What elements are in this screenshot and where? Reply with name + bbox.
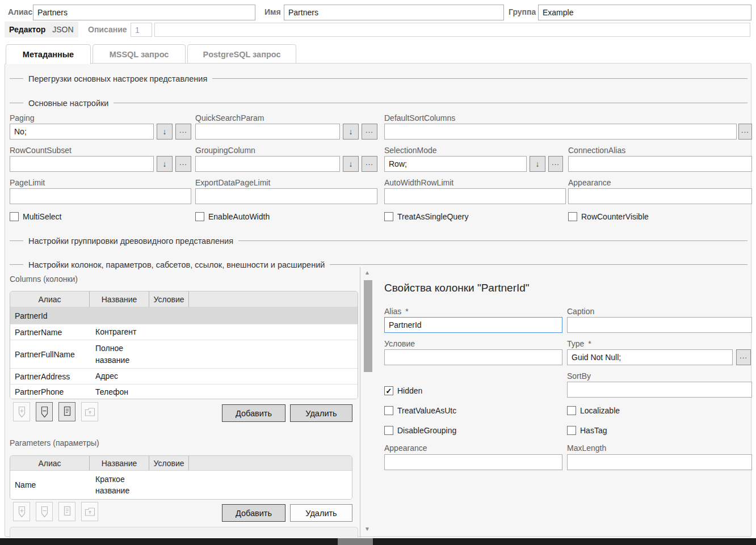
selectionmode-input[interactable] [384,156,527,172]
maxlength-property-label: MaxLength [567,443,606,453]
type-property-input[interactable] [567,349,733,365]
quicksearchparam-ellipsis-button[interactable]: ... [362,124,377,140]
tab-metadata[interactable]: Метаданные [6,44,91,64]
editor-mode-chip[interactable]: Редактор JSON [5,22,78,37]
scrollbar-up-button[interactable]: ▲ [364,270,370,276]
hidden-option[interactable]: Hidden [384,386,422,395]
alias-property-input[interactable] [384,317,562,333]
columns-table-header-row: Алиас Название Условие [10,291,358,307]
quicksearchparam-input[interactable] [195,124,340,140]
section-header-overrides: Перегрузки основных настроек представлен… [10,74,747,83]
ellipsis-icon: ... [179,126,187,134]
selectionmode-dropdown-button[interactable]: ↓ [530,156,545,172]
document-icon [62,406,72,417]
defaultsortcolumns-ellipsis-button[interactable]: ... [738,124,752,140]
multiselect-checkbox[interactable] [10,212,19,221]
document-button[interactable] [58,402,75,421]
table-row[interactable]: Name Краткое название [10,471,352,499]
condition-property-input[interactable] [384,349,562,365]
column-header-name[interactable]: Название [90,291,149,307]
remove-pin-button[interactable] [36,402,53,421]
enableautowidth-checkbox[interactable] [195,212,204,221]
rowcountsubset-ellipsis-button[interactable]: ... [175,156,191,172]
table-row[interactable]: PartnerFullName Полное название [10,340,358,369]
name-field[interactable] [284,5,504,20]
description-field[interactable] [154,23,750,37]
column-header-name[interactable]: Название [90,456,149,470]
maxlength-property-input[interactable] [567,454,752,470]
pin-minus-icon [40,506,49,518]
table-row[interactable]: PartnerAddress Адрес [10,369,358,385]
editor-mode-value[interactable]: JSON [52,25,73,34]
localizable-option[interactable]: Localizable [567,406,620,415]
column-header-condition[interactable]: Условие [149,456,189,470]
columns-delete-button[interactable]: Удалить [290,404,352,422]
folder-up-arrow-icon [85,407,95,417]
columns-table[interactable]: Алиас Название Условие PartnerId Partner… [10,291,358,399]
description-index-field[interactable] [131,23,152,37]
multiselect-option[interactable]: MultiSelect [10,212,61,221]
next-section-stub [10,527,358,538]
add-pin-button [13,502,30,521]
parameters-add-button[interactable]: Добавить [222,504,285,522]
rowcountervisible-option[interactable]: RowCounterVisible [568,212,649,221]
group-field[interactable] [538,5,751,20]
ellipsis-icon: ... [366,126,373,134]
sortby-property-input[interactable] [567,382,752,398]
treatassinglequery-option[interactable]: TreatAsSingleQuery [384,212,469,221]
section-header-columns-params: Настройки колонок, параметров, сабсетов,… [10,260,747,269]
autowidthrowlimit-label: AutoWidthRowLimit [384,178,453,187]
parameters-table[interactable]: Алиас Название Условие Name Краткое назв… [10,455,352,500]
quicksearchparam-dropdown-button[interactable]: ↓ [343,124,359,140]
autowidthrowlimit-input[interactable] [384,188,566,204]
tab-postgresql-query[interactable]: PostgreSQL запрос [187,44,296,64]
appearance-property-input[interactable] [384,454,562,470]
defaultsortcolumns-input[interactable] [384,124,737,140]
rowcountervisible-checkbox[interactable] [568,212,577,221]
scrollbar-down-button[interactable]: ▼ [364,526,370,532]
column-header-condition[interactable]: Условие [149,291,189,307]
disablegrouping-checkbox[interactable] [384,426,393,435]
section-header-tree-grouping: Настройки группировки древовидного предс… [10,236,747,246]
rowcountsubset-input[interactable] [10,156,154,172]
group-label: Группа [509,7,536,16]
hastag-option[interactable]: HasTag [567,426,607,435]
paging-dropdown-button[interactable]: ↓ [157,124,173,140]
columns-section-title: Columns (колонки) [10,274,78,284]
connectionalias-input[interactable] [568,156,752,172]
table-row[interactable]: PartnerId [10,307,358,324]
selectionmode-ellipsis-button[interactable]: ... [548,156,563,172]
groupingcolumn-ellipsis-button[interactable]: ... [362,156,377,172]
treatassinglequery-checkbox[interactable] [384,212,393,221]
bottom-bar-scroll-thumb[interactable] [338,538,373,545]
groupingcolumn-dropdown-button[interactable]: ↓ [343,156,359,172]
required-marker: * [405,307,408,316]
treatvalueasutc-option[interactable]: TreatValueAsUtc [384,406,456,415]
treatvalueasutc-checkbox[interactable] [384,406,393,415]
parameters-delete-button[interactable]: Удалить [290,504,352,522]
paging-input[interactable] [10,124,154,140]
alias-field[interactable] [33,5,255,20]
name-label: Имя [264,7,281,16]
exportdatapagelimit-input[interactable] [195,188,377,204]
table-row[interactable]: PartnerName Контрагент [10,324,358,340]
hidden-checkbox[interactable] [384,386,393,395]
localizable-checkbox[interactable] [567,406,576,415]
groupingcolumn-input[interactable] [195,156,340,172]
columns-add-button[interactable]: Добавить [222,404,285,422]
appearance-input[interactable] [568,188,752,204]
hastag-checkbox[interactable] [567,426,576,435]
enableautowidth-option[interactable]: EnableAutoWidth [195,212,270,221]
column-header-alias[interactable]: Алиас [10,456,90,470]
paging-ellipsis-button[interactable]: ... [175,124,191,140]
description-label: Описание [88,25,127,34]
type-ellipsis-button[interactable]: ... [736,349,751,365]
table-row[interactable]: PartnerPhone Телефон [10,385,358,399]
caption-property-input[interactable] [567,317,752,333]
tab-mssql-query[interactable]: MSSQL запрос [93,44,186,64]
column-header-alias[interactable]: Алиас [10,291,90,307]
scrollbar-thumb[interactable] [364,280,372,372]
pagelimit-input[interactable] [10,188,191,204]
disablegrouping-option[interactable]: DisableGrouping [384,426,456,435]
rowcountsubset-dropdown-button[interactable]: ↓ [157,156,173,172]
